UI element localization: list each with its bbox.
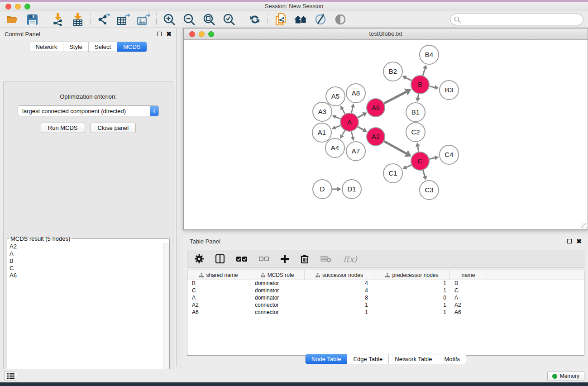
graph-edge-C-C3[interactable] xyxy=(423,170,425,176)
close-panel-icon[interactable]: ✖ xyxy=(166,32,172,36)
select-all-icon[interactable] xyxy=(236,256,247,262)
tab-node-table[interactable]: Node Table xyxy=(306,354,347,364)
mcds-result-title: MCDS result (5 nodes) xyxy=(9,235,72,242)
graph-arrowhead xyxy=(435,156,439,160)
tab-mcds[interactable]: MCDS xyxy=(117,42,146,52)
close-window-button[interactable] xyxy=(5,4,11,10)
tab-network[interactable]: Network xyxy=(29,42,63,52)
function-icon[interactable]: f(x) xyxy=(343,254,357,264)
tab-motifs[interactable]: Motifs xyxy=(438,354,466,364)
graph-edge-C-C2[interactable] xyxy=(418,147,419,152)
attribute-icon xyxy=(199,273,204,277)
graph-edge-A-A1[interactable] xyxy=(335,125,340,127)
optimization-criterion-select[interactable]: largest connected component (directed) ▲… xyxy=(18,105,159,116)
close-table-panel-icon[interactable]: ✖ xyxy=(576,239,582,243)
graph-edge-A-A4[interactable] xyxy=(342,130,345,135)
float-table-panel-icon[interactable] xyxy=(567,239,572,243)
home-icon[interactable] xyxy=(294,13,307,26)
graph-edge-A2-C[interactable] xyxy=(384,141,406,153)
network-window-title-bar[interactable]: testGlobe.txt xyxy=(184,29,588,40)
mcds-result-item[interactable]: C xyxy=(8,265,163,272)
graph-arrowhead xyxy=(351,137,355,141)
graph-edge-A-A7[interactable] xyxy=(351,132,353,137)
export-network-icon[interactable] xyxy=(97,13,110,26)
minimize-view-button[interactable] xyxy=(199,31,205,37)
delete-column-icon[interactable] xyxy=(301,254,309,263)
zoom-out-icon[interactable] xyxy=(182,13,196,26)
search-box[interactable] xyxy=(450,14,583,25)
show-icon[interactable] xyxy=(334,13,347,26)
export-image-icon[interactable] xyxy=(137,13,150,26)
table-row[interactable]: Adominator80A xyxy=(187,295,584,302)
zoom-fit-icon[interactable] xyxy=(202,13,216,26)
mcds-result-item[interactable]: A xyxy=(8,250,163,257)
table-row[interactable]: Bdominator41B xyxy=(187,280,584,287)
attribute-icon xyxy=(261,273,265,277)
graph-edge-C-C1[interactable] xyxy=(406,165,411,167)
network-view-title: testGlobe.txt xyxy=(184,29,588,39)
minimize-window-button[interactable] xyxy=(15,4,21,10)
memory-button[interactable]: Memory xyxy=(547,371,584,381)
graph-edge-A-A5[interactable] xyxy=(342,109,345,114)
graph-edge-B-B4[interactable] xyxy=(423,69,425,76)
graph-edge-B-B2[interactable] xyxy=(406,78,411,81)
graph-edge-B-B1[interactable] xyxy=(418,94,418,98)
import-table-icon[interactable] xyxy=(71,13,85,26)
graph-edge-A-A2[interactable] xyxy=(358,127,363,130)
deselect-all-icon[interactable] xyxy=(259,257,269,262)
zoom-selected-icon[interactable] xyxy=(222,13,236,26)
hide-icon[interactable] xyxy=(314,13,327,26)
graph-edge-A-A6[interactable] xyxy=(358,114,363,118)
table-row[interactable]: A6connector11A6 xyxy=(187,309,584,316)
refresh-icon[interactable] xyxy=(248,13,262,26)
graph-edge-A-A8[interactable] xyxy=(351,107,353,113)
graph-edge-B-B3[interactable] xyxy=(430,86,435,87)
table-row[interactable]: Cdominator41C xyxy=(187,287,584,295)
duplicate-network-icon[interactable] xyxy=(274,13,287,26)
close-view-button[interactable] xyxy=(189,31,195,37)
close-panel-button[interactable]: Close panel xyxy=(91,123,136,133)
zoom-in-icon[interactable] xyxy=(163,13,176,26)
tab-style[interactable]: Style xyxy=(63,42,88,52)
import-network-icon[interactable] xyxy=(51,13,65,26)
maximize-view-button[interactable] xyxy=(208,31,214,37)
graph-edge-A-A3[interactable] xyxy=(336,117,341,119)
graph-edge-C-C4[interactable] xyxy=(430,158,435,159)
export-table-icon[interactable] xyxy=(117,13,130,26)
task-history-button[interactable] xyxy=(5,371,17,381)
tab-edge-table[interactable]: Edge Table xyxy=(347,354,388,364)
table-body: Bdominator41BCdominator41CAdominator80AA… xyxy=(187,280,584,316)
float-panel-icon[interactable] xyxy=(157,32,162,36)
column-header-name[interactable]: name xyxy=(450,270,487,280)
table-toolbar: f(x) xyxy=(187,250,584,268)
mcds-result-item[interactable]: A2 xyxy=(8,243,163,250)
add-column-icon[interactable] xyxy=(281,255,289,263)
open-session-icon[interactable] xyxy=(5,13,19,26)
run-mcds-button[interactable]: Run MCDS xyxy=(41,123,85,133)
tab-select[interactable]: Select xyxy=(88,42,117,52)
maximize-window-button[interactable] xyxy=(24,4,30,10)
network-canvas[interactable]: B4B2BB3A8A5A6A3B1AA1C2A2A4A7C4CC1DD1C3 xyxy=(184,40,588,229)
column-header-successor-nodes[interactable]: successor nodes xyxy=(305,270,374,280)
graph-node-label-A8: A8 xyxy=(352,89,360,97)
settings-icon[interactable] xyxy=(195,254,204,263)
mcds-result-item[interactable]: A6 xyxy=(8,272,163,279)
delete-table-icon[interactable] xyxy=(320,255,331,262)
column-header-MCDS-role[interactable]: MCDS role xyxy=(250,270,305,280)
search-input[interactable] xyxy=(464,16,579,23)
control-panel: Control Panel ✖ NetworkStyleSelectMCDS O… xyxy=(0,28,177,367)
graph-edge-A6-B[interactable] xyxy=(384,92,406,103)
app-title-bar: Session: New Session xyxy=(0,2,588,11)
column-header-shared-name[interactable]: shared name xyxy=(187,270,250,280)
save-session-icon[interactable] xyxy=(25,13,39,26)
resize-grip-icon[interactable] xyxy=(581,223,587,229)
column-header-predecessor-nodes[interactable]: predecessor nodes xyxy=(374,270,450,280)
mcds-result-item[interactable]: B xyxy=(8,257,163,265)
tab-network-table[interactable]: Network Table xyxy=(388,354,438,364)
result-scrollbar[interactable] xyxy=(163,243,169,386)
split-view-icon[interactable] xyxy=(215,254,225,263)
table-row[interactable]: A2connector11A2 xyxy=(187,302,584,309)
graph-arrowhead xyxy=(337,187,341,191)
network-view-window: testGlobe.txt B4B2BB3A8A5A6A3B1AA1C2A2A4… xyxy=(183,28,588,230)
graph-arrowhead xyxy=(416,143,420,147)
